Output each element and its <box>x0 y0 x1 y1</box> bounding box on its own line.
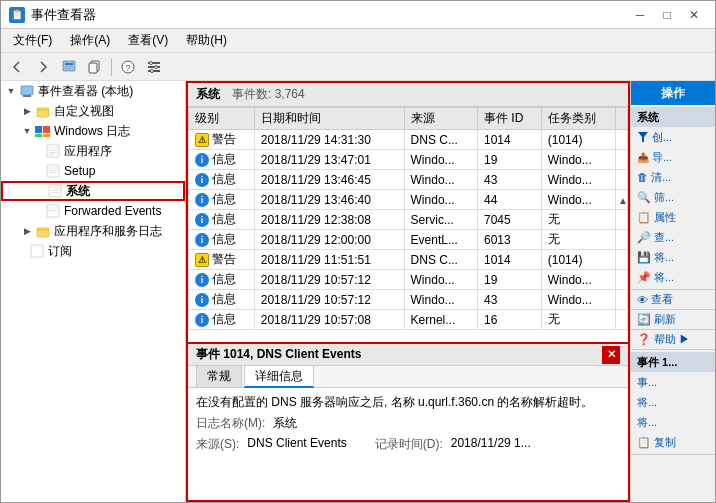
action-save2[interactable]: 📌 将... <box>631 267 715 287</box>
cell-datetime: 2018/11/29 10:57:12 <box>254 270 404 290</box>
action-export[interactable]: 📤 导... <box>631 147 715 167</box>
label-local: 事件查看器 (本地) <box>38 83 133 100</box>
action-refresh[interactable]: 🔄 刷新 <box>631 310 715 330</box>
right-panel-header: 操作 ▲ <box>631 81 715 105</box>
expander-app[interactable] <box>35 143 45 159</box>
sidebar-item-winlogs[interactable]: ▼ Windows 日志 <box>1 121 185 141</box>
warning-icon: ⚠ <box>195 133 209 147</box>
table-row[interactable]: i信息2018/11/29 10:57:12Windo...43Windo... <box>189 290 628 310</box>
col-source[interactable]: 来源 <box>404 108 477 130</box>
expander-system[interactable] <box>37 183 47 199</box>
svg-rect-20 <box>43 134 50 137</box>
sidebar-item-forwarded[interactable]: Forwarded Events <box>1 201 185 221</box>
table-row[interactable]: ⚠警告2018/11/29 14:31:30DNS C...1014(1014) <box>189 130 628 150</box>
action-clear[interactable]: 🗑 清... <box>631 167 715 187</box>
cell-source: Windo... <box>404 190 477 210</box>
expander-custom[interactable]: ▶ <box>19 103 35 119</box>
field-source-value: DNS Client Events <box>247 436 346 453</box>
sidebar-item-appservices[interactable]: ▶ 应用程序和服务日志 <box>1 221 185 241</box>
col-task[interactable]: 任务类别 <box>541 108 615 130</box>
maximize-button[interactable]: □ <box>654 5 680 25</box>
menu-view[interactable]: 查看(V) <box>120 30 176 51</box>
expander-subscriptions[interactable] <box>19 243 29 259</box>
action-save2-label: 将... <box>654 270 674 285</box>
action-search[interactable]: 🔎 查... <box>631 227 715 247</box>
table-row[interactable]: ⚠警告2018/11/29 11:51:51DNS C...1014(1014) <box>189 250 628 270</box>
menu-file[interactable]: 文件(F) <box>5 30 60 51</box>
sidebar-item-app[interactable]: 应用程序 <box>1 141 185 161</box>
icon-forwarded <box>45 203 61 219</box>
event-action-1[interactable]: 事... <box>631 372 715 392</box>
cell-datetime: 2018/11/29 10:57:08 <box>254 310 404 330</box>
sidebar-item-subscriptions[interactable]: 订阅 <box>1 241 185 261</box>
action-properties[interactable]: 📋 属性 <box>631 207 715 227</box>
action-save1[interactable]: 💾 将... <box>631 247 715 267</box>
close-button[interactable]: ✕ <box>681 5 707 25</box>
sidebar-item-system[interactable]: 系统 <box>1 181 185 201</box>
action-view[interactable]: 👁 查看 <box>631 290 715 310</box>
action-clear-label: 清... <box>651 170 671 185</box>
expander-forwarded[interactable] <box>35 203 45 219</box>
col-datetime[interactable]: 日期和时间 <box>254 108 404 130</box>
settings-button[interactable] <box>142 56 166 78</box>
expander-setup[interactable] <box>35 163 45 179</box>
cell-datetime: 2018/11/29 10:57:12 <box>254 290 404 310</box>
event-action-copy[interactable]: 📋 复制 <box>631 432 715 452</box>
up-button[interactable] <box>57 56 81 78</box>
copy-button[interactable] <box>83 56 107 78</box>
table-row[interactable]: i信息2018/11/29 10:57:08Kernel...16无 <box>189 310 628 330</box>
settings-icon <box>147 60 161 74</box>
info-icon: i <box>195 153 209 167</box>
svg-point-11 <box>150 61 153 64</box>
svg-rect-36 <box>49 210 57 211</box>
event-action-3[interactable]: 将... <box>631 412 715 432</box>
cell-eventid: 6013 <box>478 230 542 250</box>
menu-help[interactable]: 帮助(H) <box>178 30 235 51</box>
cell-source: Windo... <box>404 270 477 290</box>
back-button[interactable] <box>5 56 29 78</box>
table-row[interactable]: i信息2018/11/29 13:46:40Windo...44Windo... <box>189 190 628 210</box>
detail-field-source: 来源(S): DNS Client Events 记录时间(D): 2018/1… <box>196 436 620 453</box>
table-row[interactable]: i信息2018/11/29 13:46:45Windo...43Windo... <box>189 170 628 190</box>
detail-content: 在没有配置的 DNS 服务器响应之后, 名称 u.qurl.f.360.cn 的… <box>188 388 628 500</box>
col-eventid[interactable]: 事件 ID <box>478 108 542 130</box>
expander-winlogs[interactable]: ▼ <box>19 123 35 139</box>
cell-eventid: 7045 <box>478 210 542 230</box>
expander-local[interactable]: ▼ <box>3 83 19 99</box>
sidebar-item-custom[interactable]: ▶ 自定义视图 <box>1 101 185 121</box>
field-date-value: 2018/11/29 1... <box>451 436 531 453</box>
icon-appservices <box>35 223 51 239</box>
table-row[interactable]: i信息2018/11/29 12:00:00EventL...6013无 <box>189 230 628 250</box>
tab-details-label: 详细信息 <box>255 369 303 383</box>
menu-action[interactable]: 操作(A) <box>62 30 118 51</box>
forward-button[interactable] <box>31 56 55 78</box>
action-help[interactable]: ❓ 帮助 ▶ <box>631 330 715 350</box>
event-list-title: 系统 <box>196 86 220 103</box>
minimize-button[interactable]: ─ <box>627 5 653 25</box>
table-row[interactable]: i信息2018/11/29 12:38:08Servic...7045无 <box>189 210 628 230</box>
action-create[interactable]: 创... <box>631 127 715 147</box>
copy-icon <box>88 60 102 74</box>
cell-scroll-space <box>616 130 628 150</box>
sidebar-item-setup[interactable]: Setup <box>1 161 185 181</box>
svg-rect-3 <box>65 68 71 69</box>
table-row[interactable]: i信息2018/11/29 13:47:01Windo...19Windo... <box>189 150 628 170</box>
level-info: i信息 <box>195 271 248 288</box>
help-button[interactable]: ? <box>116 56 140 78</box>
svg-rect-28 <box>49 170 57 171</box>
event-action-2[interactable]: 将... <box>631 392 715 412</box>
action-save2-icon: 📌 <box>637 271 651 284</box>
event-action-3-label: 将... <box>637 415 657 430</box>
table-row[interactable]: i信息2018/11/29 10:57:12Windo...19Windo... <box>189 270 628 290</box>
detail-close-button[interactable]: ✕ <box>602 346 620 364</box>
col-level[interactable]: 级别 <box>189 108 255 130</box>
cell-datetime: 2018/11/29 14:31:30 <box>254 130 404 150</box>
tab-general[interactable]: 常规 <box>196 365 242 387</box>
cell-level: i信息 <box>189 190 255 210</box>
sidebar-item-local[interactable]: ▼ 事件查看器 (本地) <box>1 81 185 101</box>
info-icon: i <box>195 173 209 187</box>
action-filter[interactable]: 🔍 筛... <box>631 187 715 207</box>
expander-appservices[interactable]: ▶ <box>19 223 35 239</box>
toolbar-separator <box>111 58 112 76</box>
tab-details[interactable]: 详细信息 <box>244 365 314 388</box>
